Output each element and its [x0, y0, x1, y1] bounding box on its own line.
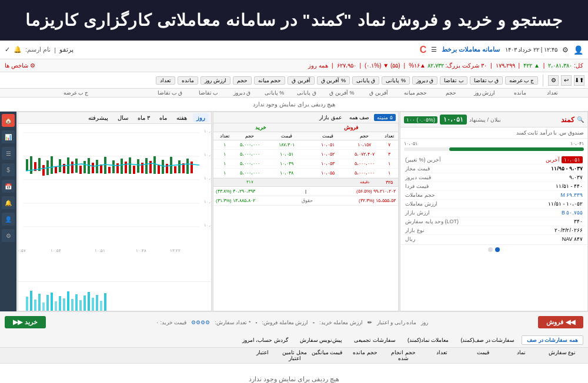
menu-icon[interactable]: ☰: [431, 46, 437, 53]
col-credit-source: محل تامین اعتبار: [280, 350, 309, 361]
toolbar-icon-arrows[interactable]: ⬆⬇: [574, 75, 584, 86]
svg-rect-40: [149, 161, 152, 173]
svg-rect-71: [88, 292, 90, 311]
chart-tab-year[interactable]: سال: [114, 113, 132, 122]
toolbar-btn-3[interactable]: ب تقاضا: [440, 76, 467, 85]
volume-value: ۶۹.۳۳۹ M: [560, 192, 583, 198]
sidebar-dollar-icon[interactable]: $: [2, 163, 15, 176]
page-title: جستجو و خرید و فروش نماد "کمند" در سامان…: [0, 0, 588, 41]
buy-button[interactable]: خرید ▶▶: [5, 316, 46, 328]
tab-5min[interactable]: ۵ منیته: [374, 114, 396, 121]
order-row-3: ۱ ۵،۰۰۰،۰۰۰ ۱۰،۰۵۳ ۱۰،۰۴۹ ۵،۰۰۰،۰۰۰ ۱: [213, 159, 398, 169]
search-icon[interactable]: 🔍: [577, 116, 584, 123]
toolbar-btn-4[interactable]: ق دیروز: [412, 76, 438, 85]
toolbar-icon-settings[interactable]: ⚙: [548, 75, 559, 86]
order-bar-middle: روز ماده رایی و اعتبار ✏ ارزش معامله خری…: [49, 320, 534, 325]
info-row-allowed: ۹،۰۳۷ - ۱۱/۹۵ قیمت مجاز: [403, 164, 585, 173]
sidebar-calendar-icon[interactable]: 📅: [2, 180, 15, 193]
order-book-tabs: ۵ منیته صف همه عمق بازار: [213, 112, 398, 123]
chart-tab-day[interactable]: روز: [193, 113, 209, 122]
market-type-value: ۲۰/۳/۲/۰۲۶۶: [554, 227, 583, 233]
filter-icon[interactable]: ⚙ شاخص ها: [5, 62, 35, 69]
tab-all-orders[interactable]: همه سفارشات در صف: [522, 335, 583, 345]
svg-rect-50: [191, 162, 193, 173]
toolbar-btn-8[interactable]: آفرین ق: [288, 76, 315, 85]
sidebar-gear-icon[interactable]: ⚙: [2, 229, 15, 242]
pagination-dots: [400, 244, 587, 254]
col-avg-price: قیمت میانگین: [309, 350, 345, 361]
buy-label: [266, 180, 307, 185]
order-book-column-headers: تعداد حجم قیمت قیمت حجم تعداد: [213, 132, 398, 140]
market-type-label: نوع بازار: [405, 227, 425, 233]
toolbar-btn-5[interactable]: % پایانی: [382, 76, 410, 85]
price-max: ۱۰،۰۵۱: [404, 141, 417, 146]
svg-rect-59: [38, 294, 41, 311]
volume-label: حجم معاملات: [405, 192, 435, 198]
tab-market[interactable]: عمق بازار: [316, 114, 345, 121]
chart-tab-month[interactable]: ماه: [156, 113, 171, 122]
chart-tab-3month[interactable]: ۳ ماه: [134, 113, 153, 122]
chart-tab-advanced[interactable]: پیشرفته: [85, 113, 112, 122]
tab-account[interactable]: گردش حساب، امروز: [238, 336, 293, 344]
tab-all[interactable]: صف همه: [346, 114, 373, 121]
stock-header-left: 🔍 کمند: [561, 116, 584, 124]
stock-header: 🔍 کمند بیلان / پیشنهاد ۱۰،۰۵۱ (۰.۰۵%) ۱۰…: [400, 112, 587, 127]
order-row-4: ۱ ۵،۰۰۰،۰۰۰ ۱۰،۰۵۵ ۱۰،۰۴۸ ۵،۰۰۰،۰۰۰ ۱: [213, 169, 398, 178]
buy-total: [216, 180, 233, 185]
svg-rect-22: [75, 159, 78, 173]
tab-aggregate[interactable]: سفارشات تجمیعی: [349, 336, 400, 344]
svg-rect-23: [79, 166, 82, 174]
toolbar-icon-back[interactable]: ↩: [561, 75, 572, 86]
buy-price-2: ۱۰،۰۵۱: [266, 152, 307, 157]
dot-2[interactable]: [488, 247, 493, 252]
dot-1[interactable]: [495, 247, 500, 252]
transactions-label: ارزش معاملات: [405, 201, 437, 207]
tab-stock-orders[interactable]: سفارشات در صف(کمند): [456, 336, 519, 344]
notification-icon[interactable]: 🔔: [14, 46, 22, 53]
toolbar-btn-12[interactable]: مانده: [178, 76, 198, 85]
col-sell-count: تعداد: [380, 133, 398, 139]
sidebar-home-icon[interactable]: 🏠: [2, 114, 15, 127]
sidebar-chart-icon[interactable]: 📊: [2, 130, 15, 143]
tab-draft[interactable]: پیش‌نویس سفارش: [295, 336, 348, 344]
order-value: -: [313, 320, 315, 325]
order-totals: ۳۲۵ دقیقه ۳۱۷: [213, 178, 398, 187]
settings-icon[interactable]: ⚙: [562, 46, 569, 54]
buy-section-header: خرید: [216, 125, 306, 130]
buy-count-3: ۱: [216, 161, 233, 166]
toolbar-btn-1[interactable]: ج ب عرضه: [505, 76, 538, 85]
svg-rect-32: [116, 163, 119, 173]
rial-summary: ۱۵،۵۵۵،۵۳ (۳۲.۳%) حقوق ۱۳،۸۸۵،۸۰۲ (۳۱.۳%…: [213, 196, 398, 206]
first-price-label: قیمت فردا: [405, 183, 429, 189]
col-demand-q: ق ب تقاضا: [149, 90, 191, 96]
portfolio-label[interactable]: پرتفو: [59, 46, 74, 53]
total-index: کل: ۲،۰۸۱،۳۸۰: [548, 62, 583, 69]
sidebar-list-icon[interactable]: ☰: [2, 147, 15, 160]
chart-tab-week[interactable]: هفته: [173, 113, 191, 122]
volume-svg: [23, 282, 211, 311]
pencil-icon[interactable]: ✏: [368, 320, 372, 325]
toolbar-btn-11[interactable]: ارزش روز: [201, 76, 230, 85]
sell-button[interactable]: ◀◀ فروش: [538, 316, 583, 328]
tab-stock-trades[interactable]: معاملات نماد(کمند): [403, 336, 454, 344]
sidebar-bell-icon[interactable]: 🔔: [2, 196, 15, 209]
toolbar-btn-2[interactable]: ق ب تقاضا: [470, 76, 503, 85]
sell-price-2: ۱۰،۰۵۲: [307, 152, 348, 157]
toolbar-btn-7[interactable]: % آفرین ق: [317, 76, 350, 85]
col-final-pct: % پایانی: [258, 90, 290, 96]
order-row-1: ۷ ۱۰،۱۵۷ ۱۰،۰۵۱ ۱۸۷،۳۰۱ ۵،۰۰۰،۰۰۰ ۱: [213, 140, 398, 150]
sell-rial-sum: ۱۵،۵۵۵،۵۳ (۳۲.۳%): [359, 198, 396, 203]
svg-rect-69: [79, 300, 82, 311]
toolbar-btn-9[interactable]: حجم میانه: [254, 76, 286, 85]
svg-text:۱۰،۰۴۴: ۱۰،۰۴۴: [204, 223, 211, 227]
toolbar-btn-6[interactable]: ق پایانی: [352, 76, 380, 85]
watchlist-empty: هیچ ردیفی برای نمایش وجود ندارد: [0, 98, 588, 112]
svg-rect-41: [153, 156, 156, 174]
sell-vol-1: ۱۰،۱۵۷: [348, 142, 380, 147]
sidebar-person-icon[interactable]: 👤: [2, 213, 15, 226]
toolbar-btn-13[interactable]: تعداد: [156, 76, 175, 85]
toolbar-btn-10[interactable]: حجم: [233, 76, 252, 85]
user-icon[interactable]: 👤: [573, 45, 583, 55]
svg-rect-58: [34, 300, 36, 311]
svg-text:۱۰،۰۴۶: ۱۰،۰۴۶: [204, 200, 211, 204]
